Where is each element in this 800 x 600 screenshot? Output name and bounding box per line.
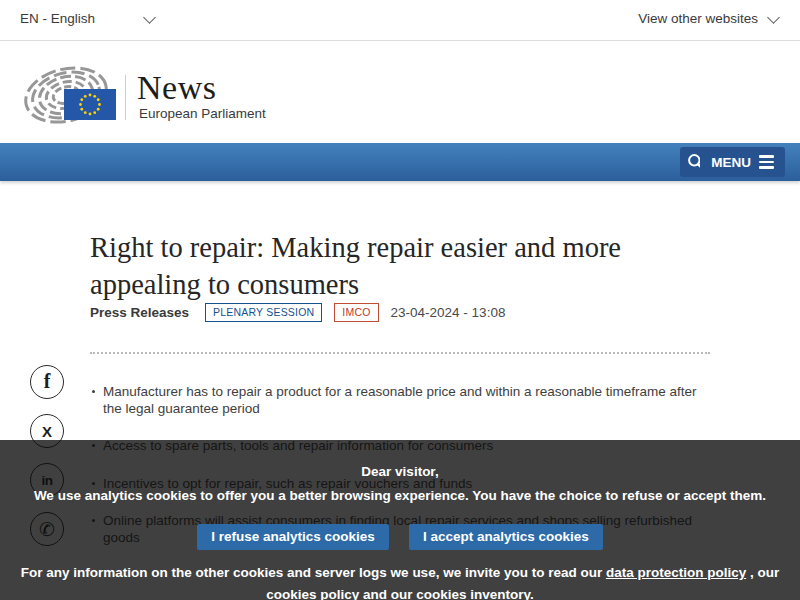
chevron-down-icon: [767, 11, 780, 24]
cookie-info-text: For any information on the other cookies…: [0, 562, 800, 600]
menu-button[interactable]: MENU: [700, 147, 785, 177]
cookie-consent-overlay: Dear visitor, We use analytics cookies t…: [0, 440, 800, 600]
cookie-info-part3: and our: [359, 587, 416, 600]
view-other-websites-label: View other websites: [638, 11, 758, 26]
cookie-info-part2: , our: [746, 565, 779, 580]
language-selector-label: EN - English: [20, 11, 95, 26]
cookie-greeting: Dear visitor,: [0, 464, 800, 479]
article-meta: Press Releases PLENARY SESSION IMCO 23-0…: [90, 303, 505, 322]
article-datetime: 23-04-2024 - 13:08: [391, 305, 506, 320]
european-parliament-logo[interactable]: [20, 66, 120, 128]
cookie-buttons: I refuse analytics cookies I accept anal…: [0, 524, 800, 550]
facebook-share-button[interactable]: f: [30, 365, 64, 399]
refuse-cookies-button[interactable]: I refuse analytics cookies: [197, 524, 389, 550]
language-selector[interactable]: EN - English: [20, 11, 154, 26]
logo-divider: [125, 75, 126, 120]
data-protection-policy-link[interactable]: data protection policy: [606, 565, 746, 580]
chevron-down-icon: [143, 11, 156, 24]
site-header: News European Parliament: [0, 41, 800, 143]
cookies-policy-link[interactable]: cookies policy: [266, 587, 359, 600]
menu-button-label: MENU: [711, 155, 751, 170]
article-title: Right to repair: Making repair easier an…: [90, 229, 730, 303]
facebook-icon: f: [44, 370, 51, 393]
cookies-inventory-link[interactable]: cookies inventory: [416, 587, 530, 600]
site-title[interactable]: News: [137, 69, 216, 107]
dotted-divider: [90, 352, 710, 354]
cookie-message: We use analytics cookies to offer you a …: [0, 488, 800, 503]
x-twitter-icon: X: [42, 423, 52, 440]
top-bar: EN - English View other websites: [0, 0, 800, 41]
cookie-info-part1: For any information on the other cookies…: [21, 565, 606, 580]
badge-imco[interactable]: IMCO: [334, 303, 378, 322]
main-navbar: MENU: [0, 143, 800, 181]
accept-cookies-button[interactable]: I accept analytics cookies: [409, 524, 603, 550]
hamburger-icon: [759, 155, 774, 169]
view-other-websites-menu[interactable]: View other websites: [638, 11, 778, 26]
article-category: Press Releases: [90, 305, 189, 320]
hemicycle-icon: [20, 66, 120, 124]
site-subtitle: European Parliament: [139, 106, 266, 121]
cookie-info-part4: .: [530, 587, 534, 600]
badge-plenary-session[interactable]: PLENARY SESSION: [205, 303, 322, 322]
highlight-item: Manufacturer has to repair a product for…: [90, 384, 700, 417]
